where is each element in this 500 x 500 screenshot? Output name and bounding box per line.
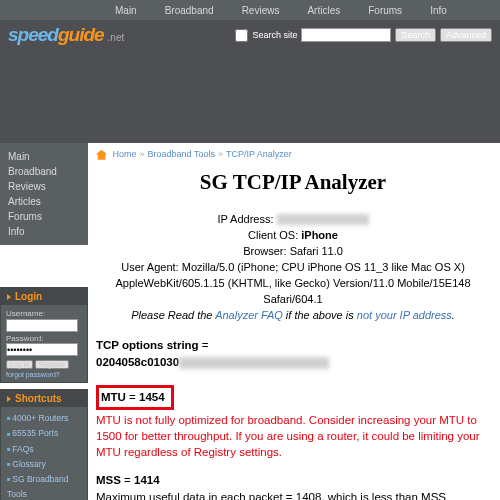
client-info: IP Address: Client OS: iPhone Browser: S… [96,211,490,323]
username-input[interactable] [6,319,78,332]
header: speedguide.net Search site Search Advanc… [0,20,500,50]
side-forums[interactable]: Forums [8,209,80,224]
crumb-current: TCP/IP Analyzer [226,149,292,159]
search-button[interactable]: Search [395,28,436,42]
banner-area [0,50,500,143]
results: TCP options string = 0204058c01030 MTU =… [96,337,490,500]
mtu-warning: MTU is not fully optimized for broadband… [96,412,490,460]
shortcut-faqs[interactable]: FAQs [7,442,81,457]
side-main[interactable]: Main [8,149,80,164]
login-box: Login Username: Password: Log in Registe… [0,287,88,383]
top-nav: Main Broadband Reviews Articles Forums I… [0,0,500,20]
shortcut-ports[interactable]: 65535 Ports [7,426,81,441]
nav-broadband[interactable]: Broadband [165,5,214,16]
search-input[interactable] [301,28,391,42]
side-articles[interactable]: Articles [8,194,80,209]
side-broadband[interactable]: Broadband [8,164,80,179]
password-label: Password: [6,334,82,343]
main-content: Home»Broadband Tools»TCP/IP Analyzer SG … [88,143,500,500]
side-info[interactable]: Info [8,224,80,239]
forgot-password-link[interactable]: forgot password? [6,371,82,378]
analyzer-faq-link[interactable]: Analyzer FAQ [215,309,283,321]
search-site-checkbox[interactable] [235,29,248,42]
breadcrumb: Home»Broadband Tools»TCP/IP Analyzer [96,149,490,160]
password-input[interactable] [6,343,78,356]
not-your-ip-link[interactable]: not your IP address [357,309,452,321]
tcp-redacted [179,357,329,369]
shortcuts-box: Shortcuts 4000+ Routers 65535 Ports FAQs… [0,389,88,500]
login-title: Login [1,288,87,305]
nav-main[interactable]: Main [115,5,137,16]
crumb-home[interactable]: Home [113,149,137,159]
nav-articles[interactable]: Articles [307,5,340,16]
login-button[interactable]: Log in [6,360,33,369]
mtu-highlight: MTU = 1454 [96,385,174,410]
shortcut-glossary[interactable]: Glossary [7,457,81,472]
shortcuts-title: Shortcuts [1,390,87,407]
shortcut-routers[interactable]: 4000+ Routers [7,411,81,426]
side-menu: Main Broadband Reviews Articles Forums I… [0,143,88,245]
side-reviews[interactable]: Reviews [8,179,80,194]
nav-forums[interactable]: Forums [368,5,402,16]
page-title: SG TCP/IP Analyzer [96,170,490,195]
register-button[interactable]: Register [35,360,69,369]
sidebar: Main Broadband Reviews Articles Forums I… [0,143,88,500]
ip-redacted [277,214,369,225]
username-label: Username: [6,309,82,318]
nav-reviews[interactable]: Reviews [242,5,280,16]
shortcut-broadband-tools[interactable]: SG Broadband Tools [7,472,81,500]
crumb-tools[interactable]: Broadband Tools [148,149,215,159]
search-site-label: Search site [252,30,297,40]
nav-info[interactable]: Info [430,5,447,16]
search-bar: Search site Search Advanced [235,28,492,42]
logo[interactable]: speedguide.net [8,24,124,46]
advanced-button[interactable]: Advanced [440,28,492,42]
home-icon[interactable] [96,150,107,160]
